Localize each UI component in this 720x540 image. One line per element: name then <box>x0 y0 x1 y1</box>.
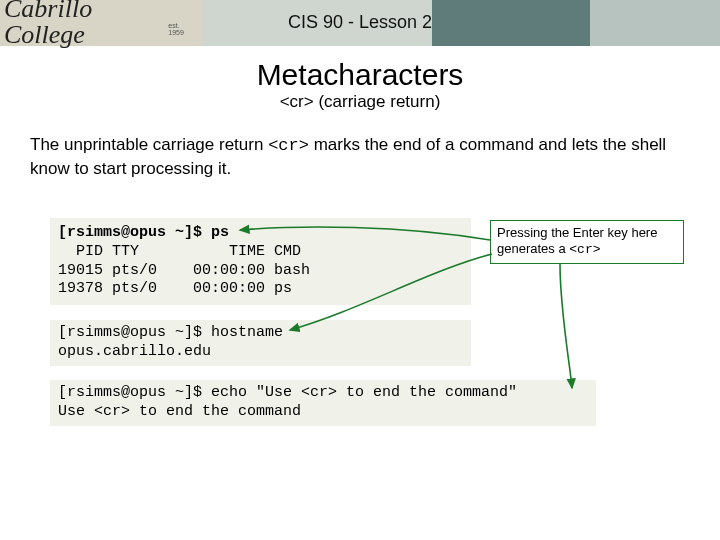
body-paragraph: The unprintable carriage return <cr> mar… <box>30 134 690 181</box>
t1-l4: 19378 pts/0 00:00:00 ps <box>58 280 292 297</box>
terminal-block-1: [rsimms@opus ~]$ ps PID TTY TIME CMD 190… <box>50 218 471 305</box>
t1-l2: PID TTY TIME CMD <box>58 243 301 260</box>
t2-cmd: hostname <box>211 324 283 341</box>
topic-subtitle: <cr> (carriage return) <box>0 92 720 112</box>
body-code: <cr> <box>268 136 309 155</box>
terminal-block-2: [rsimms@opus ~]$ hostname opus.cabrillo.… <box>50 320 471 366</box>
t2-l2: opus.cabrillo.edu <box>58 343 211 360</box>
t1-prompt: [rsimms@opus ~]$ <box>58 224 211 241</box>
callout-code: <cr> <box>569 242 600 257</box>
t1-cmd: ps <box>211 224 229 241</box>
subtitle-code: <cr> <box>280 92 314 111</box>
t3-cmd: echo "Use <cr> to end the command" <box>211 384 517 401</box>
course-title: CIS 90 - Lesson 2 <box>0 12 720 33</box>
t3-prompt: [rsimms@opus ~]$ <box>58 384 211 401</box>
terminal-block-3: [rsimms@opus ~]$ echo "Use <cr> to end t… <box>50 380 596 426</box>
body-pre: The unprintable carriage return <box>30 135 268 154</box>
t2-prompt: [rsimms@opus ~]$ <box>58 324 211 341</box>
topic-title: Metacharacters <box>0 58 720 92</box>
header-banner: Cabrillo College est. 1959 CIS 90 - Less… <box>0 0 720 46</box>
callout-box: Pressing the Enter key here generates a … <box>490 220 684 264</box>
t3-l2: Use <cr> to end the command <box>58 403 301 420</box>
arrow-to-echo <box>560 264 572 388</box>
subtitle-paren: (carriage return) <box>314 92 441 111</box>
t1-l3: 19015 pts/0 00:00:00 bash <box>58 262 310 279</box>
